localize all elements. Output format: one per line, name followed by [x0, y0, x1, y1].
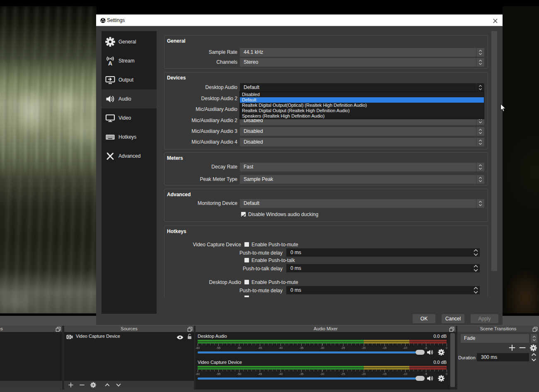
push-to-mute-delay-label: Push-to-mute delay [229, 250, 283, 256]
decay-rate-combo[interactable]: Fast [240, 163, 484, 171]
meter-bar [198, 340, 447, 341]
group-devices-title: Devices [167, 75, 186, 81]
mic-auxiliary-audio-4-combo[interactable]: Disabled [240, 138, 484, 147]
scenes-list[interactable] [0, 332, 62, 381]
volume-slider-handle[interactable] [416, 376, 425, 381]
audio-ducking-checkbox[interactable] [241, 212, 246, 216]
enable-push-to-mute-checkbox[interactable] [244, 242, 249, 247]
group-meters-title: Meters [167, 155, 183, 161]
push-to-mute-delay-spinbox[interactable]: 0 ms [286, 248, 480, 257]
scenes-dock-header[interactable]: Scenes [0, 326, 62, 332]
mixer-scrollbar-handle[interactable] [450, 333, 455, 387]
mixer-channel-db: 0.0 dB [433, 334, 447, 339]
move-down-icon[interactable] [116, 382, 121, 388]
desktop-audio-label: Desktop Audio [164, 83, 237, 92]
transition-select[interactable]: Fade [461, 334, 529, 343]
meter-tick-label: -10 [401, 346, 409, 349]
camera-icon [66, 334, 73, 341]
mic-auxiliary-audio-3-value: Disabled [244, 127, 263, 136]
chevron-updown-icon [476, 127, 484, 136]
dropdown-option-speakers-realtek-high-definition-audio[interactable]: Speakers (Realtek High Definition Audio) [240, 113, 484, 119]
dialog-scrollbar[interactable] [491, 28, 498, 309]
meter-tick-label: -40 [276, 373, 285, 375]
volume-slider-handle[interactable] [416, 350, 425, 355]
close-icon[interactable] [493, 18, 498, 23]
remove-source-icon[interactable] [79, 382, 85, 388]
channels-combo[interactable]: Stereo [240, 58, 484, 67]
sidebar-item-audio[interactable]: Audio [102, 89, 157, 108]
dropdown-option-disabled[interactable]: Disabled [240, 92, 484, 97]
sidebar-item-stream[interactable]: AStream [102, 51, 157, 70]
lock-icon[interactable] [187, 333, 192, 341]
push-to-mute-delay-spinbox[interactable]: 0 ms [286, 286, 480, 294]
enable-push-to-mute-label: Enable Push-to-mute [251, 242, 298, 248]
monitor-icon [105, 113, 115, 123]
meter-tick-label: -55 [214, 373, 222, 375]
sample-rate-combo[interactable]: 44.1 kHz [240, 48, 484, 57]
source-row-video-capture-device[interactable]: Video Capture Device [64, 332, 194, 341]
gear-icon [105, 37, 115, 47]
mixer-channel-db: 0.0 dB [433, 360, 447, 365]
mixer-scrollbar[interactable] [450, 332, 455, 390]
dropdown-option-realtek-digital-output-optical-realtek-high-definition-audio[interactable]: Realtek Digital Output(Optical) (Realtek… [240, 103, 484, 108]
sidebar-item-output[interactable]: Output [102, 70, 157, 89]
visibility-eye-icon[interactable] [176, 334, 184, 341]
meter-tick-label: -45 [256, 373, 264, 375]
dropdown-option-realtek-digital-output-realtek-high-definition-audio[interactable]: Realtek Digital Output (Realtek High Def… [240, 108, 484, 113]
add-source-icon[interactable] [68, 382, 74, 388]
enable-push-to-mute-checkbox[interactable] [244, 280, 249, 284]
mixer-dock-header[interactable]: Audio Mixer [196, 326, 456, 332]
cancel-button[interactable]: Cancel [442, 314, 464, 323]
group-meters: MetersDecay RateFastPeak Meter TypeSampl… [164, 152, 488, 185]
transition-select-spinner[interactable] [531, 334, 537, 343]
popout-icon[interactable] [56, 326, 61, 332]
sources-dock-header[interactable]: Sources [64, 326, 194, 332]
desktop-audio-combo[interactable]: Default [240, 83, 484, 92]
volume-slider-track[interactable] [198, 378, 417, 380]
transitions-dock-header[interactable]: Scene Transitions [457, 326, 539, 332]
sidebar-item-video[interactable]: Video [102, 108, 157, 127]
dialog-scrollbar-handle[interactable] [491, 31, 497, 271]
group-advanced-title: Advanced [167, 192, 191, 197]
volume-slider-track[interactable] [198, 351, 417, 354]
obs-logo-icon [100, 17, 106, 24]
scenes-dock-title: Scenes [0, 326, 4, 331]
chevron-updown-icon [476, 199, 484, 208]
apply-button[interactable]: Apply [471, 314, 498, 323]
popout-icon[interactable] [532, 326, 538, 332]
enable-push-to-talk-checkbox[interactable] [244, 258, 249, 262]
source-properties-gear-icon[interactable] [90, 382, 96, 388]
meter-tick-label: -60 [193, 346, 202, 349]
sidebar-item-advanced[interactable]: Advanced [102, 147, 157, 166]
sidebar-item-hotkeys[interactable]: Hotkeys [102, 127, 157, 147]
popout-icon[interactable] [187, 326, 193, 332]
meter-tick-label: -30 [318, 346, 326, 349]
transition-properties-gear-icon[interactable] [530, 344, 538, 353]
mixer-speaker-icon[interactable] [426, 375, 435, 382]
clipped-checkbox[interactable] [244, 296, 249, 297]
meter-tick-label: -50 [235, 346, 243, 349]
meter-tick-label: -60 [193, 373, 202, 375]
move-up-icon[interactable] [104, 382, 110, 388]
chevron-updown-icon [476, 83, 484, 92]
monitoring-device-combo[interactable]: Default [240, 199, 484, 208]
add-transition-icon[interactable] [508, 344, 517, 352]
ok-button[interactable]: OK [413, 314, 435, 323]
dialog-titlebar[interactable]: Settings [96, 14, 503, 26]
peak-meter-type-combo[interactable]: Sample Peak [240, 175, 484, 184]
sidebar-item-general[interactable]: General [102, 32, 157, 51]
push-to-mute-delay-value: 0 ms [290, 248, 301, 257]
mixer-gear-icon[interactable] [438, 349, 445, 356]
mic-auxiliary-audio-3-combo[interactable]: Disabled [240, 127, 484, 136]
mixer-gear-icon[interactable] [438, 375, 445, 382]
chevron-updown-icon [476, 58, 484, 67]
push-to-talk-delay-spinbox[interactable]: 0 ms [286, 264, 480, 272]
mixer-dock-title: Audio Mixer [196, 326, 456, 331]
popout-icon[interactable] [449, 326, 454, 332]
mixer-speaker-icon[interactable] [426, 349, 435, 356]
chevron-updown-icon [476, 138, 484, 147]
remove-transition-icon[interactable] [519, 344, 527, 352]
duration-spin-arrows[interactable] [531, 353, 537, 362]
duration-spinbox[interactable]: 300 ms [477, 353, 529, 361]
dropdown-option-default[interactable]: Default [240, 97, 484, 103]
